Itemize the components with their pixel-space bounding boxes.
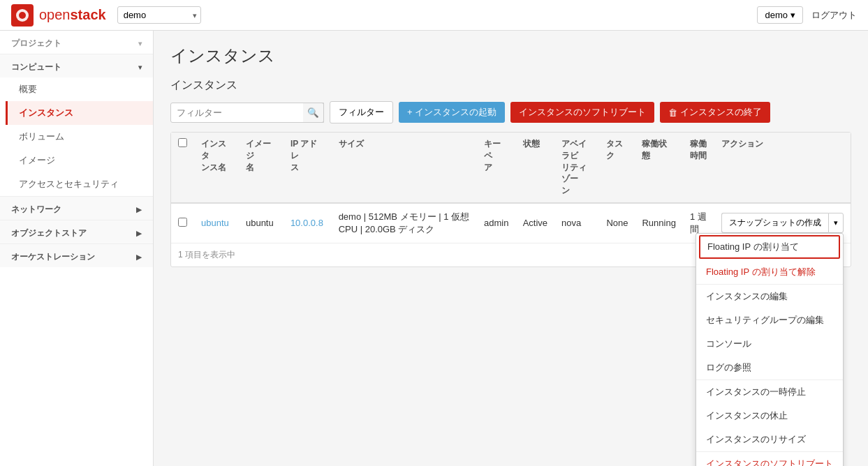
sidebar-network-title[interactable]: ネットワーク ▶ — [0, 196, 153, 220]
sidebar-objectstore-chevron: ▶ — [136, 230, 142, 237]
dropdown-item-edit-instance[interactable]: インスタンスの編集 — [696, 285, 843, 308]
col-keypair: キーペア — [477, 133, 516, 203]
project-select[interactable]: demo — [117, 6, 201, 24]
filter-input[interactable] — [170, 103, 324, 123]
trash-icon: 🗑 — [668, 107, 677, 118]
sidebar-item-overview[interactable]: 概要 — [6, 77, 153, 101]
count-text: 1 項目を表示中 — [178, 250, 235, 260]
topbar: openstack demo demo ▾ ログアウト — [0, 0, 868, 31]
dropdown-item-suspend[interactable]: インスタンスの休止 — [696, 404, 843, 428]
instances-table: インスタンス名 イメージ名 IP アドレス サイズ キーペア 状態 アベイラビリ… — [171, 133, 851, 243]
dropdown-item-resize[interactable]: インスタンスのリサイズ — [696, 428, 843, 451]
row-action: スナップショットの作成 ▾ Floating IP の割り当て Floating… — [714, 203, 851, 243]
row-image: ubuntu — [239, 203, 284, 243]
project-select-wrapper[interactable]: demo — [117, 6, 201, 24]
topbar-left: openstack demo — [11, 4, 201, 27]
ip-link[interactable]: 10.0.0.8 — [290, 218, 323, 228]
user-chevron-icon: ▾ — [790, 10, 795, 20]
sidebar-compute-label: コンピュート — [11, 61, 61, 73]
col-ip: IP アドレス — [284, 133, 332, 203]
action-dropdown-menu: Floating IP の割り当て Floating IP の割り当て解除 イン… — [696, 233, 844, 466]
search-icon: 🔍 — [307, 107, 319, 118]
col-name: インスタンス名 — [194, 133, 239, 203]
action-dropdown-toggle[interactable]: ▾ — [828, 213, 844, 233]
terminate-label: インスタンスの終了 — [680, 106, 762, 119]
user-label: demo — [765, 10, 788, 20]
dropdown-item-view-log[interactable]: ログの参照 — [696, 356, 843, 379]
dropdown-item-floating-ip-assign[interactable]: Floating IP の割り当て — [699, 235, 840, 259]
col-uptime: 稼働時間 — [683, 133, 714, 203]
col-power-state: 稼働状態 — [635, 133, 682, 203]
sidebar-compute-items: 概要 インスタンス ボリューム イメージ アクセスとセキュリティ — [0, 77, 153, 196]
sidebar-objectstore-label: オブジェクトストア — [11, 227, 87, 239]
logo: openstack — [11, 4, 106, 27]
row-name: ubuntu — [194, 203, 239, 243]
sidebar-project-label: プロジェクト — [11, 38, 61, 50]
topbar-right: demo ▾ ログアウト — [757, 6, 857, 24]
select-all-header — [171, 133, 194, 203]
snapshot-button[interactable]: スナップショットの作成 — [721, 213, 828, 233]
launch-instance-button[interactable]: + インスタンスの起動 — [399, 102, 505, 123]
dropdown-item-pause[interactable]: インスタンスの一時停止 — [696, 380, 843, 404]
terminate-button[interactable]: 🗑 インスタンスの終了 — [660, 102, 770, 123]
sidebar-item-instances[interactable]: インスタンス — [6, 101, 153, 125]
sidebar-item-images[interactable]: イメージ — [6, 149, 153, 172]
layout: プロジェクト ▾ コンピュート ▾ 概要 インスタンス ボリューム イメージ ア… — [0, 31, 868, 466]
sidebar-project-title[interactable]: プロジェクト ▾ — [0, 31, 153, 54]
row-status: Active — [516, 203, 554, 243]
sidebar-objectstore-title[interactable]: オブジェクトストア ▶ — [0, 220, 153, 243]
dropdown-item-floating-ip-remove[interactable]: Floating IP の割り当て解除 — [696, 260, 843, 284]
section-title: インスタンス — [170, 78, 851, 93]
sidebar-orchestration-title[interactable]: オーケストレーション ▶ — [0, 243, 153, 267]
col-status: 状態 — [516, 133, 554, 203]
action-group: スナップショットの作成 ▾ Floating IP の割り当て Floating… — [721, 213, 844, 233]
sidebar-network-label: ネットワーク — [11, 204, 61, 216]
instance-name-link[interactable]: ubuntu — [201, 218, 229, 228]
row-az: nova — [554, 203, 599, 243]
toolbar: 🔍 フィルター + インスタンスの起動 インスタンスのソフトリブート 🗑 インス… — [170, 101, 851, 123]
soft-reboot-button[interactable]: インスタンスのソフトリブート — [510, 102, 654, 123]
col-size: サイズ — [332, 133, 477, 203]
launch-instance-label: + インスタンスの起動 — [407, 106, 496, 119]
sidebar-compute-title[interactable]: コンピュート ▾ — [0, 54, 153, 77]
instances-table-wrap: インスタンス名 イメージ名 IP アドレス サイズ キーペア 状態 アベイラビリ… — [170, 132, 851, 267]
sidebar-compute-chevron: ▾ — [138, 63, 142, 71]
search-icon-button[interactable]: 🔍 — [303, 103, 324, 123]
row-power-state: Running — [635, 203, 682, 243]
sidebar-item-access-security[interactable]: アクセスとセキュリティ — [6, 172, 153, 196]
sidebar-orchestration-label: オーケストレーション — [11, 251, 95, 263]
row-task: None — [599, 203, 635, 243]
sidebar-network-chevron: ▶ — [136, 206, 142, 213]
logo-text: openstack — [39, 7, 106, 23]
main-content: インスタンス インスタンス 🔍 フィルター + インスタンスの起動 インスタンス… — [154, 31, 868, 466]
page-title: インスタンス — [170, 45, 851, 67]
row-checkbox-cell — [171, 203, 194, 243]
row-keypair: admin — [477, 203, 516, 243]
dropdown-item-soft-reboot[interactable]: インスタンスのソフトリブート — [696, 452, 843, 466]
sidebar: プロジェクト ▾ コンピュート ▾ 概要 インスタンス ボリューム イメージ ア… — [0, 31, 154, 466]
col-availability-zone: アベイラビリティゾーン — [554, 133, 599, 203]
select-all-checkbox[interactable] — [178, 138, 187, 147]
dropdown-item-edit-security-groups[interactable]: セキュリティグループの編集 — [696, 308, 843, 332]
sidebar-orchestration-chevron: ▶ — [136, 253, 142, 261]
sidebar-item-volumes[interactable]: ボリューム — [6, 125, 153, 149]
logo-icon — [11, 4, 34, 27]
filter-button[interactable]: フィルター — [330, 101, 393, 123]
logout-button[interactable]: ログアウト — [811, 9, 857, 22]
col-action: アクション — [714, 133, 851, 203]
row-size: demo | 512MB メモリー | 1 仮想 CPU | 20.0GB ディ… — [332, 203, 477, 243]
table-header-row: インスタンス名 イメージ名 IP アドレス サイズ キーペア 状態 アベイラビリ… — [171, 133, 851, 203]
row-checkbox[interactable] — [178, 218, 187, 227]
filter-input-wrap: 🔍 — [170, 103, 324, 123]
row-ip: 10.0.0.8 — [284, 203, 332, 243]
user-menu-button[interactable]: demo ▾ — [757, 6, 803, 24]
col-task: タスク — [599, 133, 635, 203]
col-image: イメージ名 — [239, 133, 284, 203]
dropdown-item-console[interactable]: コンソール — [696, 332, 843, 356]
svg-point-1 — [19, 12, 26, 19]
sidebar-project-arrow: ▾ — [138, 40, 142, 47]
table-row: ubuntu ubuntu 10.0.0.8 demo | 512MB メモリー… — [171, 203, 851, 243]
